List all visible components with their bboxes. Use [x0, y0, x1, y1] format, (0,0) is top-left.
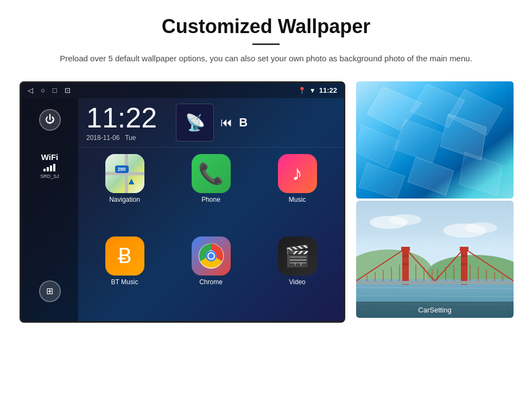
device-screen: ◁ ○ □ ⊡ 📍 ▼ 11:22 ⏻ — [20, 81, 345, 323]
app-chrome[interactable]: Chrome — [170, 236, 252, 315]
svg-point-3 — [208, 253, 214, 259]
location-icon: 📍 — [298, 87, 306, 94]
music-label: Music — [289, 196, 306, 203]
video-icon-box: 🎬 — [278, 236, 317, 276]
apps-grid-icon: ⊞ — [46, 286, 53, 296]
wallpaper-thumb-bridge[interactable]: CarSetting — [356, 201, 514, 318]
radio-icon: 📡 — [185, 113, 205, 132]
status-bar: ◁ ○ □ ⊡ 📍 ▼ 11:22 — [21, 83, 344, 98]
svg-rect-25 — [402, 250, 409, 285]
music-icon-box: ♪ — [278, 154, 317, 193]
video-clapperboard-icon: 🎬 — [284, 244, 310, 268]
phone-icon-box: 📞 — [192, 154, 231, 193]
status-icons: 📍 ▼ 11:22 — [298, 86, 337, 94]
nav-icons: ◁ ○ □ ⊡ — [28, 86, 71, 94]
bluetooth-icon: Ƀ — [118, 244, 132, 268]
app-video[interactable]: 🎬 Video — [256, 236, 338, 315]
wifi-bar-1 — [43, 169, 46, 171]
nav-map-content: 280 ▲ — [105, 154, 144, 193]
chrome-svg — [198, 242, 225, 270]
apps-button[interactable]: ⊞ — [39, 280, 61, 302]
media-controls: 📡 ⏮ B — [176, 104, 248, 142]
map-arrow: ▲ — [126, 176, 136, 187]
page-header: Customized Wallpaper Preload over 5 defa… — [0, 0, 532, 71]
wifi-network-name: SRD_SJ — [40, 174, 59, 179]
bridge-wallpaper-svg — [356, 201, 514, 318]
back-icon[interactable]: ◁ — [28, 86, 33, 94]
chrome-label: Chrome — [199, 278, 223, 286]
svg-rect-31 — [402, 263, 409, 265]
ice-wallpaper-svg — [356, 81, 514, 199]
bt-music-label: BT Music — [111, 278, 138, 286]
svg-rect-30 — [461, 255, 467, 257]
app-music[interactable]: ♪ Music — [256, 154, 338, 232]
svg-rect-32 — [461, 263, 467, 265]
wifi-bar-3 — [50, 165, 52, 171]
svg-rect-26 — [461, 250, 467, 285]
status-time: 11:22 — [319, 86, 337, 94]
prev-track-icon[interactable]: ⏮ — [220, 116, 232, 130]
carsetting-label-overlay: CarSetting — [356, 302, 514, 318]
wifi-status-icon: ▼ — [309, 87, 316, 94]
app-phone[interactable]: 📞 Phone — [170, 154, 252, 232]
navigation-icon: 280 ▲ — [105, 154, 144, 193]
svg-rect-33 — [356, 281, 514, 284]
power-icon: ⏻ — [45, 114, 55, 125]
content-area: ◁ ○ □ ⊡ 📍 ▼ 11:22 ⏻ — [0, 71, 532, 323]
sidebar: ⏻ WiFi SRD_SJ ⊞ — [21, 98, 78, 321]
video-label: Video — [289, 278, 305, 286]
music-note-icon: ♪ — [292, 162, 302, 185]
screenshot-icon[interactable]: ⊡ — [65, 86, 71, 94]
app-bt-music[interactable]: Ƀ BT Music — [84, 236, 166, 315]
page-description: Preload over 5 default wallpaper options… — [43, 53, 489, 65]
home-icon[interactable]: ○ — [41, 86, 45, 94]
wifi-label: WiFi — [40, 152, 59, 162]
phone-label: Phone — [201, 196, 220, 203]
chrome-icon-box — [192, 236, 231, 276]
bt-music-icon-box: Ƀ — [105, 236, 144, 276]
title-divider — [252, 43, 280, 45]
wallpaper-thumb-ice[interactable] — [356, 81, 514, 199]
svg-point-18 — [465, 222, 497, 233]
device-container: ◁ ○ □ ⊡ 📍 ▼ 11:22 ⏻ — [20, 81, 356, 323]
carsetting-label: CarSetting — [418, 306, 451, 314]
clock-widget: 11:22 2018-11-06 Tue — [86, 104, 157, 142]
wallpaper-thumbnails: CarSetting — [356, 81, 514, 318]
wifi-bar-2 — [47, 167, 49, 171]
clock-time: 11:22 — [86, 104, 157, 132]
navigation-label: Navigation — [109, 196, 140, 203]
wifi-info: WiFi SRD_SJ — [40, 152, 59, 179]
main-content: 11:22 2018-11-06 Tue 📡 ⏮ B — [78, 98, 344, 321]
app-grid: 280 ▲ Navigation 📞 Phone — [78, 148, 344, 321]
media-icon-box: 📡 — [176, 104, 214, 142]
svg-point-16 — [389, 214, 421, 225]
map-shield: 280 — [115, 165, 129, 173]
recents-icon[interactable]: □ — [53, 86, 57, 94]
phone-icon: 📞 — [198, 162, 224, 185]
app-navigation[interactable]: 280 ▲ Navigation — [84, 154, 166, 232]
screen-body: ⏻ WiFi SRD_SJ ⊞ — [21, 98, 344, 321]
clock-date: 2018-11-06 Tue — [86, 134, 157, 142]
power-button[interactable]: ⏻ — [39, 109, 61, 131]
wifi-bars — [40, 164, 59, 171]
page-title: Customized Wallpaper — [33, 15, 499, 38]
wifi-bar-4 — [53, 164, 55, 171]
clock-area: 11:22 2018-11-06 Tue 📡 ⏮ B — [78, 98, 344, 148]
svg-rect-29 — [402, 255, 409, 257]
track-label: B — [239, 116, 248, 130]
